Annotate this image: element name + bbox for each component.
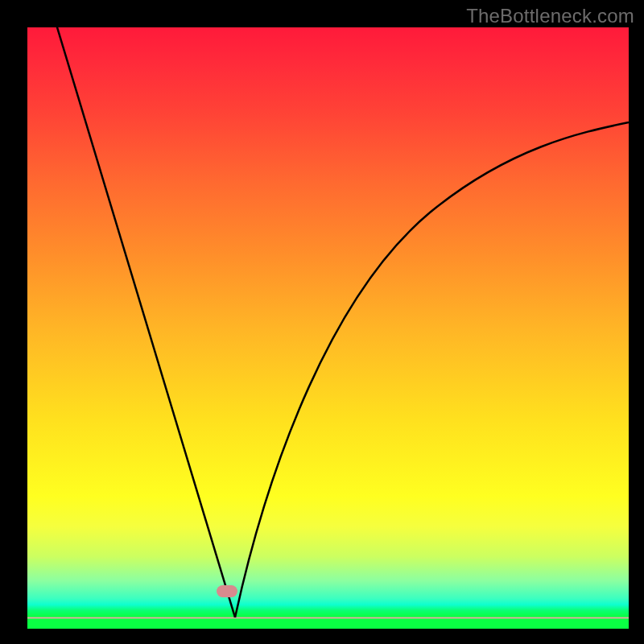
watermark-text: TheBottleneck.com bbox=[466, 5, 634, 27]
curve-left-branch bbox=[55, 27, 235, 617]
chart-outer-frame: TheBottleneck.com bbox=[0, 0, 644, 644]
bottleneck-curve bbox=[27, 27, 629, 629]
minimum-marker bbox=[217, 585, 237, 597]
curve-right-branch bbox=[235, 122, 629, 617]
plot-area bbox=[27, 27, 629, 629]
